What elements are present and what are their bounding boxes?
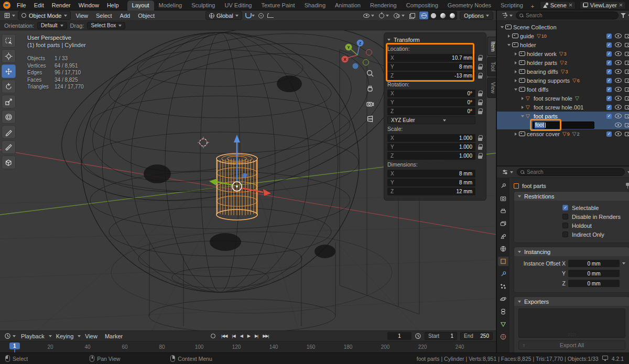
restrictions-panel-header[interactable]: Restrictions: [514, 192, 629, 201]
eye-icon[interactable]: [615, 42, 622, 47]
show-visibility-menu[interactable]: [362, 14, 375, 18]
lock-icon[interactable]: [478, 64, 483, 70]
next-keyframe-button[interactable]: [253, 333, 259, 339]
tab-render-icon[interactable]: [498, 194, 508, 203]
annotate-tool[interactable]: [2, 125, 16, 139]
timeline-ruler[interactable]: 1 20 40 60 80 100 120 140 160 180 200 22…: [0, 341, 496, 352]
tab-constraints-icon[interactable]: [498, 307, 508, 316]
disclosure-icon[interactable]: [513, 70, 519, 73]
proportional-editing-toggle[interactable]: [257, 13, 265, 18]
checkbox-icon[interactable]: [606, 87, 612, 92]
editor-type-timeline-icon[interactable]: [3, 333, 17, 339]
tab-animation[interactable]: Animation: [330, 1, 365, 10]
camera-icon[interactable]: [625, 70, 629, 74]
outliner-row-foot-screw-hole-001[interactable]: foot screw hole.001: [497, 103, 629, 112]
checkbox-icon[interactable]: [606, 60, 612, 65]
editor-type-properties-icon[interactable]: [501, 169, 514, 175]
3d-cursor[interactable]: [198, 137, 209, 148]
checkbox-icon[interactable]: [606, 51, 612, 57]
viewport-3d[interactable]: X Y Z: [0, 30, 496, 330]
location-z-field[interactable]: Z-13 mm: [387, 72, 475, 80]
shading-wireframe-button[interactable]: [419, 12, 428, 19]
rename-input[interactable]: foot: [533, 122, 594, 129]
camera-icon[interactable]: [625, 43, 629, 47]
zoom-icon[interactable]: [366, 69, 374, 78]
menu-file[interactable]: File: [13, 1, 30, 9]
tab-modeling[interactable]: Modeling: [154, 1, 187, 10]
eye-icon[interactable]: [615, 123, 622, 127]
tab-view-layer-icon[interactable]: [498, 219, 508, 228]
end-frame-field[interactable]: End 250: [460, 332, 493, 340]
export-all-button[interactable]: Export All: [518, 340, 625, 350]
proportional-falloff-menu[interactable]: [266, 13, 275, 18]
jump-to-end-button[interactable]: [261, 333, 270, 339]
holdout-checkbox[interactable]: [562, 223, 568, 228]
orientation-dropdown[interactable]: Default: [37, 22, 67, 29]
tab-tool-icon[interactable]: [498, 181, 508, 191]
editor-type-outliner-icon[interactable]: [500, 12, 514, 19]
measure-tool[interactable]: [2, 140, 16, 154]
outliner-row-foot-screw-hole[interactable]: foot screw hole: [497, 94, 629, 103]
camera-icon[interactable]: [625, 123, 629, 127]
checkbox-icon[interactable]: [606, 69, 612, 74]
tab-item[interactable]: Item: [487, 37, 496, 56]
eye-icon[interactable]: [615, 78, 622, 83]
disclosure-icon[interactable]: [513, 133, 519, 136]
camera-icon[interactable]: [625, 87, 629, 92]
tab-layout[interactable]: Layout: [127, 1, 154, 10]
prev-keyframe-button[interactable]: [230, 333, 236, 339]
pin-icon[interactable]: [625, 183, 629, 189]
lock-icon[interactable]: [478, 108, 483, 115]
play-button[interactable]: [246, 333, 252, 339]
lock-icon[interactable]: [478, 91, 483, 97]
properties-search[interactable]: [517, 168, 625, 176]
mode-select[interactable]: Object Mode: [18, 11, 71, 20]
eye-icon[interactable]: [615, 87, 622, 92]
lock-icon[interactable]: [478, 73, 483, 79]
show-overlays-menu[interactable]: [393, 13, 406, 18]
camera-icon[interactable]: [625, 105, 629, 109]
scale-tool[interactable]: [2, 95, 16, 108]
move-tool[interactable]: [2, 64, 16, 78]
properties-search-input[interactable]: [527, 169, 621, 175]
menu-render[interactable]: Render: [48, 1, 74, 9]
axis-x-neg-ball[interactable]: [366, 50, 372, 56]
disclosure-icon[interactable]: [499, 26, 505, 28]
outliner-row-censor-cover[interactable]: censor cover 9 2: [497, 129, 629, 138]
tab-rendering[interactable]: Rendering: [365, 1, 402, 10]
transform-orientation-select[interactable]: Global: [205, 11, 242, 20]
resize-grip-icon[interactable]: [568, 332, 576, 337]
outliner-row-bearing-diffs[interactable]: bearing diffs 3: [497, 67, 629, 76]
tab-sculpting[interactable]: Sculpting: [187, 1, 220, 10]
lock-icon[interactable]: [478, 153, 483, 159]
checkbox-icon[interactable]: [606, 96, 612, 101]
shading-solid-button[interactable]: [429, 12, 438, 19]
select-box-tool[interactable]: [2, 34, 16, 48]
scene-selector[interactable]: Scene: [540, 1, 576, 9]
camera-icon[interactable]: [625, 34, 629, 38]
eye-icon[interactable]: [615, 131, 622, 136]
instancing-panel-header[interactable]: Instancing: [514, 247, 629, 256]
shading-material-button[interactable]: [438, 12, 447, 19]
disclosure-icon[interactable]: [513, 79, 519, 82]
disclosure-icon[interactable]: [513, 89, 519, 91]
disclosure-icon[interactable]: [506, 44, 512, 46]
disclosure-icon[interactable]: [519, 106, 526, 109]
menu-playback[interactable]: Playback: [18, 332, 48, 340]
tab-compositing[interactable]: Compositing: [402, 1, 443, 10]
instance-options-icon[interactable]: [622, 262, 625, 264]
lock-icon[interactable]: [478, 135, 483, 141]
scale-x-field[interactable]: X1.000: [387, 134, 475, 142]
indirect-only-checkbox[interactable]: [562, 231, 568, 237]
tab-particles-icon[interactable]: [498, 282, 508, 291]
tab-view[interactable]: View: [487, 78, 496, 98]
checkbox-icon[interactable]: [606, 34, 612, 39]
disable-renders-checkbox[interactable]: [562, 214, 568, 219]
menu-keying[interactable]: Keying: [53, 332, 77, 340]
tab-scripting[interactable]: Scripting: [496, 1, 528, 10]
pan-hand-icon[interactable]: [366, 84, 374, 93]
tab-scene-icon[interactable]: [498, 231, 508, 241]
camera-view-icon[interactable]: [366, 100, 374, 108]
camera-icon[interactable]: [625, 61, 629, 65]
eye-icon[interactable]: [615, 96, 622, 101]
